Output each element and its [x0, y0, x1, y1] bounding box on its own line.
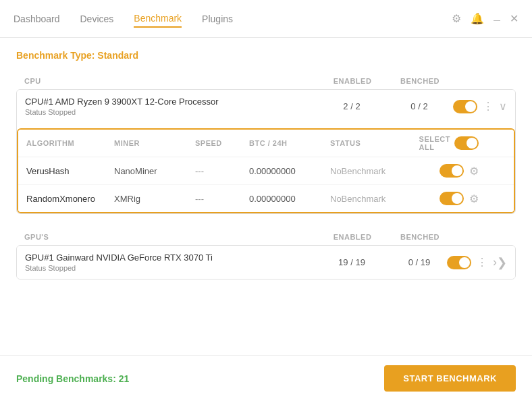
algo-toggle-verushash[interactable]: [440, 164, 464, 178]
gpu-label: GPU'S: [24, 233, 319, 241]
gpu-device-name: GPU#1 Gainward NVIDIA GeForce RTX 3070 T…: [25, 252, 318, 263]
pending-benchmarks: Pending Benchmarks: 21: [16, 373, 129, 384]
algo-table-header: ALGORITHM MINER SPEED BTC / 24H STATUS S…: [18, 130, 514, 157]
gpu-section: GPU'S ENABLED BENCHED GPU#1 Gainward NVI…: [16, 230, 516, 279]
cpu-device-controls: [453, 100, 507, 113]
algo-select-all-toggle[interactable]: [454, 136, 479, 150]
bell-icon[interactable]: [471, 12, 484, 25]
nav-links: Dashboard Devices Benchmark Plugins: [14, 10, 233, 28]
nav-plugins[interactable]: Plugins: [202, 11, 233, 27]
nav-benchmark[interactable]: Benchmark: [134, 10, 182, 28]
pending-count: 21: [119, 373, 130, 384]
benchmark-type-value: Standard: [97, 50, 138, 61]
cpu-benched-label: BENCHED: [386, 77, 454, 85]
cpu-device-card: CPU#1 AMD Ryzen 9 3900XT 12-Core Process…: [16, 89, 516, 214]
nav-bar: Dashboard Devices Benchmark Plugins: [0, 0, 532, 38]
algo-miner-randomxmonero: XMRig: [114, 194, 195, 204]
gpu-section-header: GPU'S ENABLED BENCHED: [16, 230, 516, 245]
algo-header-status: STATUS: [330, 139, 425, 147]
algo-header-speed: SPEED: [195, 139, 249, 147]
cpu-algo-section: ALGORITHM MINER SPEED BTC / 24H STATUS S…: [17, 128, 515, 213]
nav-actions: [452, 12, 518, 25]
cpu-section: CPU ENABLED BENCHED CPU#1 AMD Ryzen 9 39…: [16, 74, 516, 214]
app-window: Dashboard Devices Benchmark Plugins Benc…: [0, 0, 532, 401]
algo-status-randomxmonero: NoBenchmark: [330, 194, 425, 204]
cpu-device-row: CPU#1 AMD Ryzen 9 3900XT 12-Core Process…: [17, 90, 515, 123]
algo-name-randomxmonero: RandomXmonero: [26, 194, 114, 204]
algo-controls-randomxmonero: [425, 192, 479, 205]
algo-header-btc: BTC / 24H: [249, 139, 330, 147]
cpu-label: CPU: [24, 77, 319, 85]
gpu-device-status: Status Stopped: [25, 264, 318, 272]
cpu-device-info: CPU#1 AMD Ryzen 9 3900XT 12-Core Process…: [25, 97, 318, 116]
algo-header-miner: MINER: [114, 139, 195, 147]
algo-speed-verushash: ---: [195, 166, 249, 176]
cpu-device-status: Status Stopped: [25, 108, 318, 116]
cpu-enabled-stat: 2 / 2: [318, 101, 385, 111]
algo-name-verushash: VerusHash: [26, 166, 114, 176]
gpu-device-controls: ❯: [453, 255, 507, 270]
gpu-toggle[interactable]: [447, 256, 471, 269]
algo-row-randomxmonero: RandomXmonero XMRig --- 0.00000000 NoBen…: [18, 185, 514, 212]
start-benchmark-button[interactable]: START BENCHMARK: [384, 365, 516, 392]
algo-speed-randomxmonero: ---: [195, 194, 249, 204]
gpu-enabled-stat: 19 / 19: [318, 257, 385, 267]
benchmark-type: Benchmark Type: Standard: [16, 50, 516, 61]
cpu-toggle[interactable]: [453, 100, 477, 113]
algo-row-verushash: VerusHash NanoMiner --- 0.00000000 NoBen…: [18, 157, 514, 185]
main-content: Benchmark Type: Standard CPU ENABLED BEN…: [0, 38, 532, 355]
algo-header-algorithm: ALGORITHM: [26, 139, 114, 147]
nav-devices[interactable]: Devices: [80, 11, 114, 27]
cpu-device-name: CPU#1 AMD Ryzen 9 3900XT 12-Core Process…: [25, 97, 318, 107]
algo-settings-randomxmonero[interactable]: [469, 192, 479, 205]
gpu-enabled-label: ENABLED: [319, 233, 386, 241]
cpu-dots-menu[interactable]: [483, 100, 494, 113]
algo-btc-randomxmonero: 0.00000000: [249, 194, 330, 204]
gpu-device-card: GPU#1 Gainward NVIDIA GeForce RTX 3070 T…: [16, 245, 516, 279]
close-icon[interactable]: [510, 12, 518, 25]
gpu-dots-menu[interactable]: [477, 256, 487, 269]
bottom-bar: Pending Benchmarks: 21 START BENCHMARK: [0, 355, 532, 401]
algo-toggle-randomxmonero[interactable]: [440, 192, 464, 205]
pending-label: Pending Benchmarks:: [16, 373, 116, 384]
cpu-benched-stat: 0 / 2: [385, 101, 453, 111]
algo-miner-verushash: NanoMiner: [114, 166, 195, 176]
algo-controls-verushash: [425, 164, 479, 178]
gpu-chevron-right-icon[interactable]: ❯: [493, 255, 507, 270]
gpu-device-info: GPU#1 Gainward NVIDIA GeForce RTX 3070 T…: [25, 252, 318, 272]
cpu-section-header: CPU ENABLED BENCHED: [16, 74, 516, 89]
gear-icon[interactable]: [452, 12, 461, 25]
cpu-enabled-label: ENABLED: [319, 77, 386, 85]
gpu-benched-label: BENCHED: [386, 233, 454, 241]
algo-settings-verushash[interactable]: [469, 165, 479, 178]
gpu-device-row: GPU#1 Gainward NVIDIA GeForce RTX 3070 T…: [17, 246, 515, 279]
gpu-benched-stat: 0 / 19: [385, 257, 453, 267]
algo-select-all-col: SELECT ALL: [425, 135, 479, 151]
cpu-chevron-down-icon[interactable]: [499, 100, 507, 113]
algo-header-select-all: SELECT ALL: [419, 135, 450, 151]
algo-status-verushash: NoBenchmark: [330, 166, 425, 176]
algo-btc-verushash: 0.00000000: [249, 166, 330, 176]
nav-dashboard[interactable]: Dashboard: [14, 11, 60, 27]
minimize-icon[interactable]: [494, 13, 500, 25]
benchmark-type-label: Benchmark Type:: [16, 50, 95, 61]
